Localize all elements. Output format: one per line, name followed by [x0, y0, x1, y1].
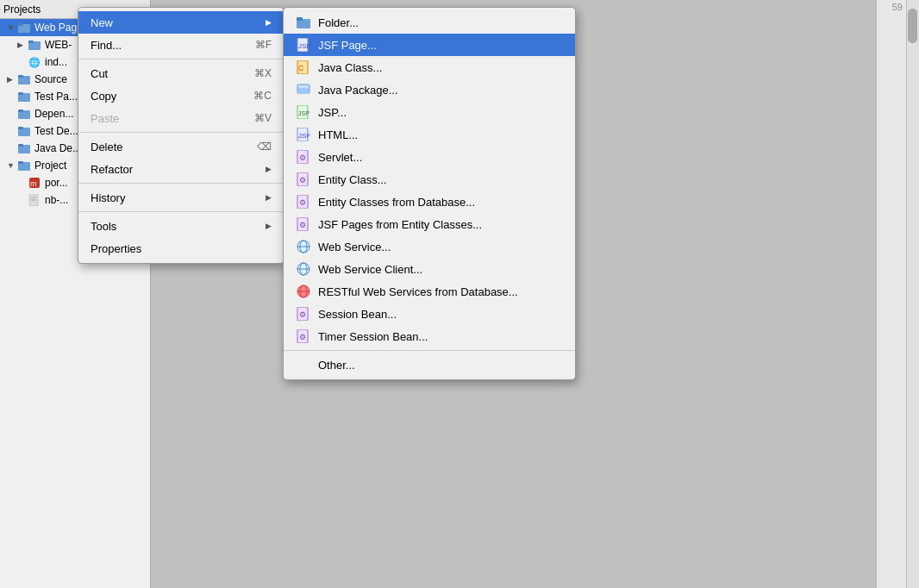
tree-title: Projects: [3, 3, 41, 16]
submenu-icon-timer-session-bean: ⚙: [296, 328, 311, 344]
submenu-item-entity-classes-db[interactable]: ⚙Entity Classes from Database...: [284, 191, 575, 213]
submenu-item-jsf-pages-entity[interactable]: ⚙JSF Pages from Entity Classes...: [284, 213, 575, 235]
menu-separator-after-paste: [78, 132, 284, 133]
submenu-item-servlet[interactable]: ⚙Servlet...: [284, 146, 575, 168]
menu-shortcut-paste: ⌘V: [254, 112, 272, 124]
submenu-icon-web-service-client: [296, 261, 311, 277]
menu-label-properties: Properties: [91, 242, 272, 255]
menu-label-history: History: [91, 191, 260, 204]
svg-text:⚙: ⚙: [299, 333, 306, 341]
tree-label-test-pa: Test Pa...: [34, 91, 78, 103]
tree-arrow-source: ▶: [7, 75, 17, 84]
tree-label-web-inf: WEB-: [45, 39, 72, 51]
tree-icon-pom: m: [28, 176, 41, 190]
menu-item-copy[interactable]: Copy⌘C: [78, 84, 284, 107]
submenu-label-jsf-pages-entity: JSF Pages from Entity Classes...: [318, 218, 563, 231]
menu-label-paste: Paste: [91, 112, 237, 125]
svg-rect-9: [18, 109, 23, 112]
tree-arrow-web-inf: ▶: [17, 41, 28, 49]
tree-label-depend: Depen...: [34, 108, 73, 120]
menu-item-tools[interactable]: Tools▶: [78, 215, 284, 237]
svg-text:m: m: [30, 179, 37, 188]
tree-icon-java-de: [17, 141, 31, 155]
line-numbers: 59: [876, 0, 906, 588]
svg-rect-11: [18, 127, 23, 129]
menu-label-delete: Delete: [91, 141, 240, 153]
submenu-icon-servlet: ⚙: [296, 149, 311, 165]
tree-label-project: Project: [34, 160, 66, 172]
submenu-icon-restful-ws: [296, 284, 311, 299]
svg-rect-5: [18, 75, 23, 78]
submenu-item-timer-session-bean[interactable]: ⚙Timer Session Bean...: [284, 325, 575, 347]
submenu-new: Folder...JSFJSF Page...CJava Class...Jav…: [283, 7, 576, 380]
submenu-icon-entity-class: ⚙: [296, 172, 311, 187]
svg-rect-13: [18, 144, 23, 147]
tree-label-source: Source: [34, 73, 67, 85]
submenu-label-web-service: Web Service...: [318, 241, 563, 253]
submenu-item-jsp[interactable]: JSPJSP...: [284, 101, 575, 123]
svg-rect-7: [18, 92, 23, 95]
submenu-icon-entity-classes-db: ⚙: [296, 194, 311, 210]
menu-separator-after-find: [78, 59, 284, 59]
tree-icon-source: [17, 72, 31, 86]
scrollbar[interactable]: [906, 0, 919, 588]
submenu-item-restful-ws[interactable]: RESTful Web Services from Database...: [284, 280, 575, 303]
menu-arrow-history: ▶: [266, 193, 272, 202]
svg-text:⚙: ⚙: [299, 198, 306, 207]
submenu-item-html[interactable]: JSFHTML...: [284, 123, 575, 146]
submenu-label-session-bean: Session Bean...: [318, 308, 563, 321]
menu-item-properties[interactable]: Properties: [78, 237, 284, 260]
submenu-label-restful-ws: RESTful Web Services from Database...: [318, 285, 563, 298]
submenu-label-folder: Folder...: [318, 16, 563, 29]
tree-label-java-de: Java De...: [34, 142, 81, 154]
svg-text:⚙: ⚙: [299, 176, 306, 185]
submenu-item-session-bean[interactable]: ⚙Session Bean...: [284, 303, 575, 325]
menu-item-paste[interactable]: Paste⌘V: [78, 107, 284, 129]
submenu-label-java-package: Java Package...: [318, 84, 563, 97]
submenu-icon-jsp: JSP: [296, 104, 311, 120]
submenu-item-java-class[interactable]: CJava Class...: [284, 56, 575, 78]
svg-rect-28: [298, 88, 309, 93]
submenu-item-folder[interactable]: Folder...: [284, 11, 575, 34]
submenu-icon-java-class: C: [296, 59, 311, 75]
svg-rect-15: [18, 161, 23, 164]
tree-label-index: ind...: [45, 56, 67, 68]
submenu-item-jsf-page[interactable]: JSFJSF Page...: [284, 34, 575, 56]
tree-icon-index: 🌐: [28, 55, 41, 69]
tree-icon-nb: [28, 193, 41, 207]
menu-arrow-refactor: ▶: [266, 165, 272, 173]
submenu-icon-jsf-pages-entity: ⚙: [296, 216, 311, 232]
submenu-label-timer-session-bean: Timer Session Bean...: [318, 330, 563, 343]
tree-arrow-project: ▼: [7, 161, 17, 170]
tree-label-nb: nb-...: [45, 194, 68, 206]
submenu-label-other: Other...: [318, 359, 563, 372]
scrollbar-thumb[interactable]: [908, 9, 917, 43]
tree-icon-web-inf: [28, 38, 41, 52]
menu-item-refactor[interactable]: Refactor▶: [78, 158, 284, 180]
menu-shortcut-cut: ⌘X: [254, 67, 272, 79]
submenu-icon-java-package: [296, 82, 311, 97]
tree-icon-project: [17, 159, 31, 172]
tree-arrow-web-pages: ▼: [7, 23, 17, 32]
menu-shortcut-copy: ⌘C: [253, 90, 272, 102]
menu-item-delete[interactable]: Delete⌫: [78, 135, 284, 158]
menu-label-new: New: [91, 16, 260, 29]
tree-label-pom: por...: [45, 177, 68, 189]
submenu-item-entity-class[interactable]: ⚙Entity Class...: [284, 168, 575, 191]
submenu-label-jsf-page: JSF Page...: [318, 39, 563, 52]
menu-item-find[interactable]: Find...⌘F: [78, 34, 284, 56]
menu-label-tools: Tools: [91, 220, 260, 233]
submenu-separator-after-timer-session-bean: [284, 350, 575, 351]
menu-shortcut-delete: ⌫: [257, 141, 272, 153]
svg-text:⚙: ⚙: [299, 153, 306, 162]
submenu-item-web-service-client[interactable]: Web Service Client...: [284, 258, 575, 280]
svg-text:C: C: [298, 64, 304, 72]
menu-item-new[interactable]: New▶: [78, 11, 284, 34]
submenu-item-other[interactable]: Other...: [284, 353, 575, 376]
submenu-label-jsp: JSP...: [318, 106, 563, 119]
menu-item-cut[interactable]: Cut⌘X: [78, 62, 284, 84]
menu-item-history[interactable]: History▶: [78, 186, 284, 209]
submenu-label-entity-class: Entity Class...: [318, 173, 563, 186]
submenu-item-java-package[interactable]: Java Package...: [284, 78, 575, 101]
submenu-item-web-service[interactable]: Web Service...: [284, 235, 575, 258]
